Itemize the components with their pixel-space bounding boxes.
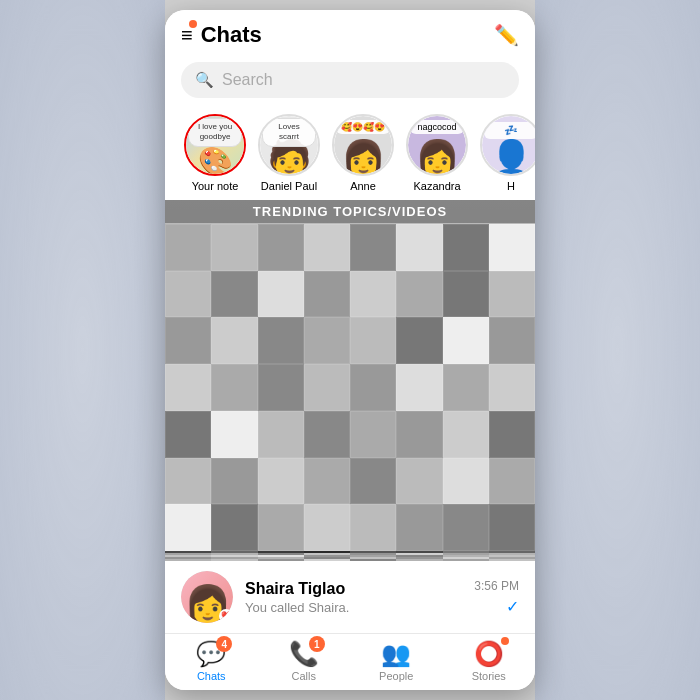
mosaic-cell [258,271,304,318]
stories-nav-icon: ⭕ [474,640,504,668]
shaira-info: Shaira Tiglao You called Shaira. [245,580,462,615]
phone-frame: ≡ Chats ✏️ 🔍 Search 🎨 I love yougoodbye … [165,10,535,690]
mosaic-cell [489,504,535,551]
page-title: Chats [201,22,262,48]
edit-button[interactable]: ✏️ [494,23,519,47]
mosaic-cell [443,411,489,458]
mosaic-cell [211,559,257,561]
your-note-label: Your note [192,180,239,192]
nav-item-chats[interactable]: 💬 4 Chats [165,640,258,682]
anne-avatar: 🥰😍🥰😍 👩 [332,114,394,176]
mosaic-cell [350,411,396,458]
mosaic-cell [443,317,489,364]
your-note-text: I love yougoodbye [188,118,242,147]
calls-nav-icon: 📞 1 [289,640,319,668]
mosaic-cell [258,364,304,411]
mosaic-cell [350,559,396,561]
mosaic-cell [258,411,304,458]
nav-item-stories[interactable]: ⭕ Stories [443,640,536,682]
mosaic-cell [443,458,489,505]
mosaic-cell [258,559,304,561]
mosaic-cell [211,271,257,318]
chats-badge: 4 [216,636,232,652]
people-nav-label: People [379,670,413,682]
mosaic-cell [350,224,396,271]
mosaic-cell [489,411,535,458]
nav-item-calls[interactable]: 📞 1 Calls [258,640,351,682]
mosaic-cell [350,317,396,364]
mosaic-cell [165,364,211,411]
mosaic-cell [211,317,257,364]
story-your-note[interactable]: 🎨 I love yougoodbye Your note [181,114,249,192]
header-left: ≡ Chats [181,22,262,48]
calls-badge: 1 [309,636,325,652]
shaira-avatar: 👩 ❤️ [181,571,233,623]
nav-item-people[interactable]: 👥 People [350,640,443,682]
shaira-name: Shaira Tiglao [245,580,462,598]
mosaic-cell [304,504,350,551]
mosaic-cell [396,317,442,364]
stories-row: 🎨 I love yougoodbye Your note 🧑 Loves sc… [165,106,535,200]
shaira-time: 3:56 PM ✓ [474,579,519,616]
chats-nav-icon: 💬 4 [196,640,226,668]
mosaic-cell [211,458,257,505]
mosaic-cell [396,458,442,505]
mosaic-cell [165,317,211,364]
mosaic-cell [443,504,489,551]
chat-list: 👩 ❤️ Shaira Tiglao You called Shaira. 3:… [165,561,535,633]
search-bar[interactable]: 🔍 Search [181,62,519,98]
mosaic-cell [304,224,350,271]
hamburger-badge [189,20,197,28]
mosaic-cell [211,411,257,458]
mosaic-cell [396,504,442,551]
mosaic-cell [304,271,350,318]
mosaic-cell [396,224,442,271]
mosaic-cell [165,271,211,318]
trending-area: TRENDING TOPICS/VIDEOS [165,200,535,561]
stories-badge-dot [501,637,509,645]
header: ≡ Chats ✏️ [165,10,535,54]
mosaic-cell [165,411,211,458]
mosaic-cell [304,559,350,561]
mosaic-cell [396,364,442,411]
mosaic-cell [304,411,350,458]
story-daniel-paul[interactable]: 🧑 Loves scarrt Daniel Paul [255,114,323,192]
calls-nav-label: Calls [292,670,316,682]
chats-nav-label: Chats [197,670,226,682]
mosaic-cell [396,271,442,318]
mosaic-cell [165,224,211,271]
mosaic-cell [165,559,211,561]
kazandra-avatar: nagcocod 👩 [406,114,468,176]
story-kazandra[interactable]: nagcocod 👩 Kazandra [403,114,471,192]
mosaic-cell [443,224,489,271]
daniel-paul-label: Daniel Paul [261,180,317,192]
mosaic-cell [211,504,257,551]
mosaic-cell [304,458,350,505]
story-h[interactable]: 💤 👤 H [477,114,535,192]
shaira-sub: You called Shaira. [245,600,462,615]
mosaic-cell [211,224,257,271]
mosaic-cell [211,364,257,411]
mosaic-cell [350,271,396,318]
mosaic-cell [258,224,304,271]
mosaic-cell [443,271,489,318]
mosaic-cell [258,504,304,551]
mosaic-grid [165,224,535,561]
hamburger-menu-button[interactable]: ≡ [181,24,193,47]
mosaic-cell [165,504,211,551]
trending-label: TRENDING TOPICS/VIDEOS [165,200,535,223]
search-icon: 🔍 [195,71,214,89]
mosaic-cell [165,458,211,505]
mosaic-cell [489,224,535,271]
h-avatar: 💤 👤 [480,114,535,176]
mosaic-cell [443,364,489,411]
chat-item-shaira[interactable]: 👩 ❤️ Shaira Tiglao You called Shaira. 3:… [165,561,535,633]
daniel-paul-avatar: 🧑 Loves scarrt [258,114,320,176]
h-label: H [507,180,515,192]
story-anne[interactable]: 🥰😍🥰😍 👩 Anne [329,114,397,192]
read-check-icon: ✓ [506,597,519,616]
mosaic-cell [396,559,442,561]
mosaic-cell [489,317,535,364]
mosaic-cell [489,364,535,411]
mosaic-cell [350,458,396,505]
